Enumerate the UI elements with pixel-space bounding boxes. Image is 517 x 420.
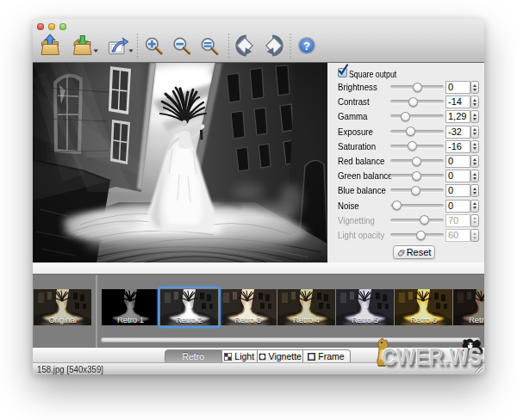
svg-text:?: ? — [303, 40, 310, 52]
